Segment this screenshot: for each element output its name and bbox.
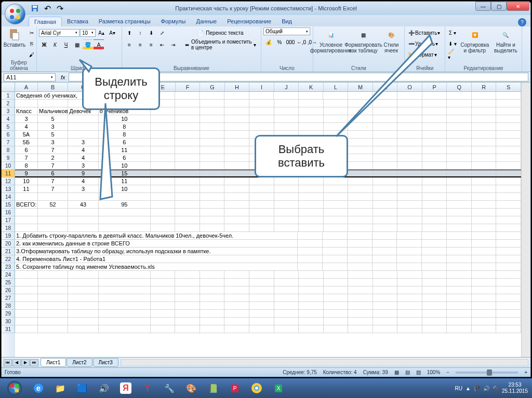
cell[interactable] [323,263,348,271]
cell[interactable] [274,318,299,325]
cell[interactable] [274,271,299,279]
cell[interactable] [472,185,497,193]
cell[interactable] [249,279,274,286]
cell[interactable] [249,302,274,310]
cell[interactable] [472,177,497,185]
cell[interactable] [299,294,324,302]
cell[interactable] [298,248,323,255]
taskbar-app2-icon[interactable]: 🔧 [159,380,180,396]
cell[interactable] [447,279,472,286]
cell[interactable]: 5А [15,131,38,139]
view-normal-icon[interactable]: ▦ [394,369,399,375]
cell[interactable] [175,162,200,170]
cell[interactable] [68,310,98,318]
maximize-button[interactable]: ▢ [491,2,507,11]
cell[interactable] [496,154,521,162]
cell[interactable] [324,193,349,201]
cell[interactable] [299,92,324,100]
cell[interactable] [324,177,349,185]
cell[interactable] [15,310,38,318]
column-header[interactable]: A [15,83,38,91]
taskbar-app-icon[interactable]: 🟦 [72,380,92,396]
cell[interactable] [224,271,249,279]
cell[interactable] [447,107,472,115]
cell[interactable] [348,294,373,302]
sort-filter-button[interactable]: 🔽Сортировка и фильтр [459,28,491,54]
cell[interactable] [397,279,422,286]
cell[interactable] [348,310,373,318]
cell[interactable]: 11 [15,185,38,193]
cell[interactable] [422,286,447,294]
row-header[interactable]: 15 [2,201,15,209]
cell[interactable]: 4. Переменовать Лист1 - Работа1 [15,255,298,263]
cell[interactable] [151,162,176,170]
cell[interactable] [38,193,68,201]
ribbon-tab-6[interactable]: Вид [276,17,297,26]
cell[interactable] [348,170,373,176]
cell[interactable] [447,100,472,107]
cell[interactable] [151,201,176,209]
cell[interactable] [151,325,176,333]
cell[interactable] [324,224,349,232]
cell[interactable] [200,146,225,154]
zoom-out-icon[interactable]: − [446,369,449,375]
cell[interactable] [348,201,373,209]
cell[interactable]: 3.Отформатировать таблицу по образцу, ис… [15,248,298,255]
row-header[interactable]: 13 [2,185,15,193]
ribbon-tab-4[interactable]: Данные [191,17,222,26]
cell[interactable] [200,325,225,333]
cell[interactable] [175,170,200,176]
cell[interactable] [348,185,373,193]
cell[interactable] [68,131,98,139]
tray-icon[interactable]: 🔊 [483,386,489,391]
cell[interactable]: 5 [38,131,68,139]
cell[interactable] [422,185,447,193]
cell[interactable] [422,216,447,224]
cell[interactable] [422,193,447,201]
cell[interactable] [447,177,472,185]
cell[interactable]: 2 [38,154,68,162]
column-header[interactable]: I [249,83,274,91]
cell[interactable] [151,123,176,131]
cell[interactable]: 10 [15,177,38,185]
cell[interactable] [151,185,176,193]
cell[interactable] [348,286,373,294]
row-header[interactable]: 6 [2,131,15,139]
row-header[interactable]: 4 [2,115,15,123]
cell[interactable] [447,131,472,139]
first-sheet-icon[interactable]: ⏮ [4,359,12,366]
cell[interactable] [348,302,373,310]
cell[interactable]: 43 [68,201,98,209]
cell[interactable] [496,100,521,107]
cell[interactable]: 6 [15,146,38,154]
cell[interactable] [472,318,497,325]
cell[interactable] [348,240,373,248]
cell[interactable] [496,185,521,193]
cell[interactable] [249,271,274,279]
cell[interactable] [496,146,521,154]
name-box[interactable]: A11▾ [4,73,56,81]
cell[interactable] [373,263,397,271]
cell[interactable] [422,271,447,279]
row-header[interactable]: 14 [2,193,15,201]
cell[interactable] [175,279,200,286]
cell[interactable] [472,107,497,115]
cell[interactable] [224,115,249,123]
cell[interactable] [472,248,497,255]
row-header[interactable]: 10 [2,162,15,170]
cell[interactable] [397,232,422,240]
cell[interactable] [15,193,38,201]
cell[interactable] [496,92,521,100]
cell[interactable]: 4 [15,123,38,131]
cell[interactable] [447,294,472,302]
cell[interactable] [38,224,68,232]
cell[interactable] [397,255,422,263]
cell[interactable] [68,216,98,224]
cell[interactable] [68,302,98,310]
tray-icon[interactable]: 🏴 [474,386,480,391]
row-header[interactable]: 1 [2,92,15,100]
row-header[interactable]: 12 [2,177,15,185]
cell[interactable] [348,224,373,232]
cell[interactable] [422,325,447,333]
cell[interactable] [447,170,472,176]
